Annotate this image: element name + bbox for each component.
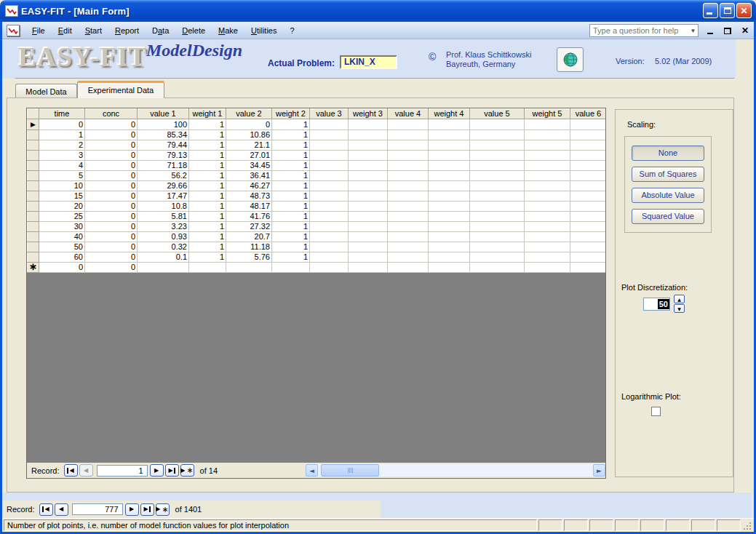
last-record-button[interactable]: ▶ xyxy=(140,503,154,516)
grid-cell[interactable]: 1 xyxy=(189,212,226,222)
grid-cell[interactable] xyxy=(429,212,470,222)
grid-cell[interactable] xyxy=(470,191,525,202)
grid-cell[interactable]: 10.8 xyxy=(138,202,189,212)
grid-cell[interactable]: 1 xyxy=(189,130,226,140)
grid-cell[interactable]: 71.18 xyxy=(138,161,189,171)
row-selector[interactable] xyxy=(28,242,39,252)
grid-cell[interactable]: 0 xyxy=(85,191,138,202)
scaling-button-sum-of-squares[interactable]: Sum of Squares xyxy=(632,167,704,182)
menu-help[interactable]: ? xyxy=(283,23,301,38)
grid-cell[interactable]: 29.66 xyxy=(138,181,189,191)
grid-cell[interactable] xyxy=(525,161,570,171)
grid-cell[interactable] xyxy=(349,191,388,202)
actual-problem-field[interactable]: LKIN_X xyxy=(340,55,397,69)
grid-cell[interactable] xyxy=(570,263,606,273)
grid-cell[interactable]: 1 xyxy=(189,191,226,202)
grid-cell[interactable] xyxy=(470,140,525,151)
grid-cell[interactable]: 1 xyxy=(189,242,226,252)
grid-cell[interactable]: 0.1 xyxy=(138,252,189,263)
menu-edit[interactable]: Edit xyxy=(52,23,79,38)
row-selector[interactable] xyxy=(28,171,39,181)
grid-cell[interactable] xyxy=(429,161,470,171)
grid-cell[interactable] xyxy=(189,263,226,273)
grid-cell[interactable]: 0 xyxy=(85,222,138,232)
grid-cell[interactable] xyxy=(388,191,429,202)
grid-cell[interactable] xyxy=(429,252,470,263)
grid-cell[interactable] xyxy=(310,161,349,171)
column-header[interactable]: weight 1 xyxy=(189,109,226,119)
row-selector[interactable] xyxy=(28,232,39,242)
menu-report[interactable]: Report xyxy=(108,23,146,38)
grid-cell[interactable]: 48.17 xyxy=(226,202,272,212)
grid-cell[interactable]: 34.45 xyxy=(226,161,272,171)
grid-cell[interactable] xyxy=(570,171,606,181)
help-question-combo[interactable]: Type a question for help ▼ xyxy=(589,24,699,37)
grid-cell[interactable]: 0 xyxy=(85,202,138,212)
grid-cell[interactable] xyxy=(570,151,606,161)
scaling-button-absolute-value[interactable]: Absolute Value xyxy=(632,188,704,203)
grid-cell[interactable]: 15 xyxy=(39,191,85,202)
row-selector[interactable]: ∗ xyxy=(28,263,39,273)
logarithmic-plot-checkbox[interactable] xyxy=(651,407,661,416)
grid-cell[interactable]: 1 xyxy=(272,181,310,191)
new-record-button[interactable]: ▶∗ xyxy=(180,464,194,477)
grid-cell[interactable] xyxy=(349,151,388,161)
grid-cell[interactable] xyxy=(570,140,606,151)
grid-cell[interactable] xyxy=(388,140,429,151)
grid-cell[interactable]: 1 xyxy=(272,191,310,202)
menu-delete[interactable]: Delete xyxy=(175,23,212,38)
grid-cell[interactable]: 1 xyxy=(272,161,310,171)
grid-cell[interactable] xyxy=(310,191,349,202)
grid-cell[interactable]: 1 xyxy=(189,140,226,151)
grid-cell[interactable]: 1 xyxy=(272,202,310,212)
first-record-button[interactable]: ◀ xyxy=(39,503,53,516)
grid-cell[interactable] xyxy=(310,263,349,273)
grid-cell[interactable]: 0 xyxy=(226,119,272,130)
grid-cell[interactable] xyxy=(310,202,349,212)
grid-cell[interactable]: 79.44 xyxy=(138,140,189,151)
grid-cell[interactable]: 0 xyxy=(85,171,138,181)
grid-cell[interactable]: 17.47 xyxy=(138,191,189,202)
grid-cell[interactable]: 20 xyxy=(39,202,85,212)
mdi-minimize-button[interactable] xyxy=(704,25,716,36)
grid-cell[interactable] xyxy=(272,263,310,273)
grid-cell[interactable] xyxy=(470,263,525,273)
grid-cell[interactable]: 27.01 xyxy=(226,151,272,161)
grid-cell[interactable] xyxy=(570,119,606,130)
grid-cell[interactable] xyxy=(525,140,570,151)
grid-cell[interactable]: 0 xyxy=(85,130,138,140)
grid-cell[interactable] xyxy=(470,130,525,140)
grid-cell[interactable] xyxy=(525,191,570,202)
grid-cell[interactable]: 4 xyxy=(39,161,85,171)
grid-cell[interactable] xyxy=(570,222,606,232)
grid-cell[interactable] xyxy=(429,242,470,252)
grid-cell[interactable]: 40 xyxy=(39,232,85,242)
grid-cell[interactable]: 1 xyxy=(189,181,226,191)
spin-up-button[interactable]: ▲ xyxy=(674,295,685,303)
grid-cell[interactable]: 1 xyxy=(189,171,226,181)
grid-cell[interactable]: 0 xyxy=(85,263,138,273)
grid-cell[interactable] xyxy=(310,119,349,130)
grid-cell[interactable] xyxy=(570,181,606,191)
row-selector[interactable] xyxy=(28,191,39,202)
column-header[interactable]: conc xyxy=(85,109,138,119)
column-header[interactable]: value 2 xyxy=(226,109,272,119)
grid-cell[interactable] xyxy=(388,119,429,130)
grid-cell[interactable] xyxy=(525,181,570,191)
grid-cell[interactable]: 1 xyxy=(189,222,226,232)
grid-cell[interactable] xyxy=(388,232,429,242)
grid-cell[interactable] xyxy=(570,252,606,263)
grid-cell[interactable] xyxy=(525,202,570,212)
grid-cell[interactable]: 0 xyxy=(85,181,138,191)
minimize-button[interactable] xyxy=(703,3,718,18)
grid-cell[interactable] xyxy=(470,151,525,161)
grid-cell[interactable] xyxy=(349,222,388,232)
grid-cell[interactable] xyxy=(388,171,429,181)
grid-cell[interactable] xyxy=(310,252,349,263)
grid-cell[interactable] xyxy=(429,119,470,130)
grid-cell[interactable] xyxy=(388,242,429,252)
grid-cell[interactable]: 48.73 xyxy=(226,191,272,202)
grid-cell[interactable]: 2 xyxy=(39,140,85,151)
grid-cell[interactable] xyxy=(470,202,525,212)
column-header[interactable]: weight 2 xyxy=(272,109,310,119)
